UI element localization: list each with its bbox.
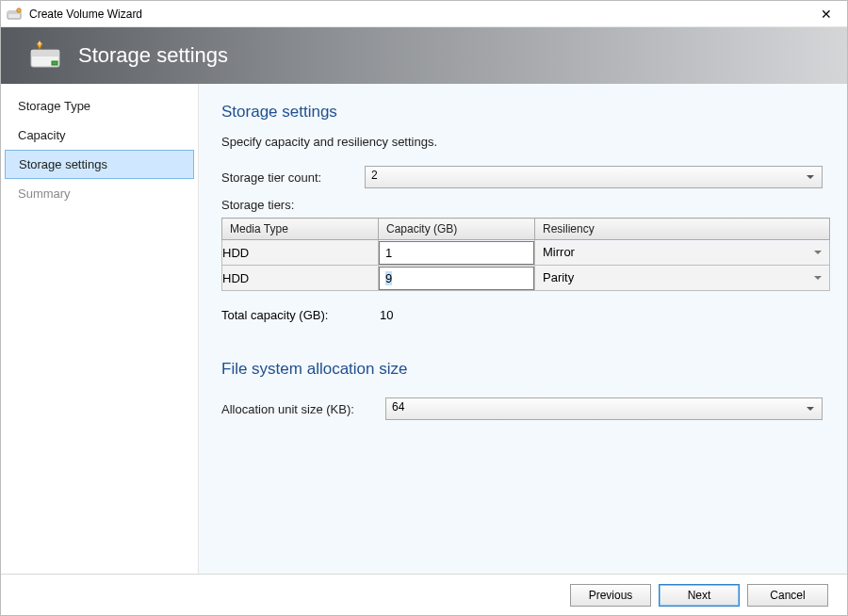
sidebar-item-capacity[interactable]: Capacity xyxy=(1,121,198,150)
svg-rect-4 xyxy=(31,50,59,57)
allocation-label: Allocation unit size (KB): xyxy=(221,402,385,416)
sidebar-item-summary[interactable]: Summary xyxy=(1,179,198,208)
cell-resiliency-dropdown-1[interactable]: Parity xyxy=(535,267,829,290)
col-capacity[interactable]: Capacity (GB) xyxy=(379,219,535,240)
tier-count-label: Storage tier count: xyxy=(221,170,365,185)
cell-media-0: HDD xyxy=(222,240,379,266)
tier-count-dropdown[interactable]: 2 xyxy=(365,166,823,188)
col-resiliency[interactable]: Resiliency xyxy=(535,219,830,240)
svg-marker-7 xyxy=(38,41,41,44)
sidebar-item-storage-settings[interactable]: Storage settings xyxy=(5,150,194,179)
allocation-row: Allocation unit size (KB): 64 xyxy=(221,397,824,420)
wizard-body: Storage Type Capacity Storage settings S… xyxy=(1,84,847,574)
header-band: Storage settings xyxy=(1,27,847,84)
close-icon[interactable]: ✕ xyxy=(811,5,841,24)
header-title: Storage settings xyxy=(78,43,228,68)
tiers-label: Storage tiers: xyxy=(221,198,824,212)
section-description: Specify capacity and resiliency settings… xyxy=(221,135,824,149)
svg-point-2 xyxy=(17,8,21,11)
wizard-sidebar: Storage Type Capacity Storage settings S… xyxy=(1,84,199,574)
window-title: Create Volume Wizard xyxy=(29,8,142,21)
main-panel: Storage settings Specify capacity and re… xyxy=(199,84,847,574)
cell-resiliency-dropdown-0[interactable]: Mirror xyxy=(535,241,829,265)
cell-capacity-input-0[interactable] xyxy=(379,241,534,265)
section-title-allocation: File system allocation size xyxy=(221,360,824,379)
tier-count-row: Storage tier count: 2 xyxy=(221,166,824,188)
wizard-window: Create Volume Wizard ✕ Storage settings … xyxy=(0,0,848,616)
table-row: HDD Mirror xyxy=(222,240,830,266)
cancel-button[interactable]: Cancel xyxy=(747,584,828,607)
svg-rect-5 xyxy=(52,61,57,65)
total-capacity-label: Total capacity (GB): xyxy=(221,308,380,322)
titlebar: Create Volume Wizard ✕ xyxy=(1,1,847,27)
col-media-type[interactable]: Media Type xyxy=(222,219,379,240)
cell-media-1: HDD xyxy=(222,266,379,291)
previous-button[interactable]: Previous xyxy=(570,584,651,607)
storage-icon xyxy=(29,41,65,71)
next-button[interactable]: Next xyxy=(659,584,740,607)
wizard-footer: Previous Next Cancel xyxy=(1,574,847,615)
allocation-dropdown[interactable]: 64 xyxy=(385,397,823,420)
sidebar-item-storage-type[interactable]: Storage Type xyxy=(1,91,198,121)
table-header-row: Media Type Capacity (GB) Resiliency xyxy=(222,219,830,240)
section-title-storage: Storage settings xyxy=(221,103,824,122)
storage-tiers-table: Media Type Capacity (GB) Resiliency HDD … xyxy=(221,218,830,291)
table-row: HDD Parity xyxy=(222,266,830,291)
total-capacity-row: Total capacity (GB): 10 xyxy=(221,308,824,322)
total-capacity-value: 10 xyxy=(380,308,393,322)
wizard-icon xyxy=(7,7,24,22)
cell-capacity-input-1[interactable] xyxy=(379,267,534,290)
